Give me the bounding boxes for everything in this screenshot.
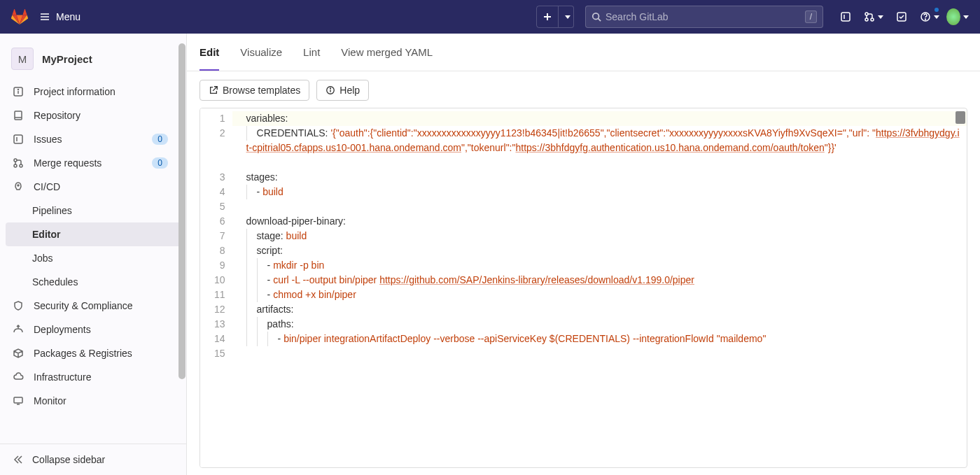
nav-security[interactable]: Security & Compliance <box>0 294 186 318</box>
project-avatar: M <box>11 48 34 70</box>
editor-toolbar: Browse templates Help <box>187 71 980 101</box>
create-new-button[interactable] <box>536 6 559 28</box>
nav-issues[interactable]: Issues 0 <box>0 127 186 151</box>
chevrons-left-icon <box>13 454 24 465</box>
svg-rect-20 <box>14 135 22 143</box>
info-circle-icon <box>326 85 335 95</box>
svg-point-30 <box>330 88 331 89</box>
search-input[interactable] <box>606 11 805 22</box>
svg-point-5 <box>593 13 599 20</box>
sub-pipelines[interactable]: Pipelines <box>0 199 186 222</box>
nav-label: Repository <box>34 110 80 121</box>
line-numbers: 123456789101112131415 <box>200 108 232 467</box>
nav-label: Issues <box>34 134 62 145</box>
external-link-icon <box>209 85 218 95</box>
create-new-dropdown[interactable] <box>559 6 574 28</box>
gitlab-logo[interactable] <box>11 8 28 25</box>
nav-deployments[interactable]: Deployments <box>0 318 186 341</box>
info-icon <box>13 86 24 97</box>
sub-editor[interactable]: Editor <box>6 222 181 246</box>
svg-point-25 <box>18 185 19 186</box>
tab-visualize[interactable]: Visualize <box>240 34 282 71</box>
todos-shortcut[interactable] <box>890 6 913 28</box>
svg-point-17 <box>18 90 19 90</box>
nav-cicd[interactable]: CI/CD <box>0 175 186 199</box>
menu-label: Menu <box>56 11 80 22</box>
create-new-group <box>536 6 574 28</box>
svg-point-9 <box>865 13 868 15</box>
sub-jobs[interactable]: Jobs <box>0 246 186 270</box>
issues-shortcut[interactable] <box>834 6 857 28</box>
svg-rect-18 <box>15 111 22 120</box>
hamburger-icon <box>39 11 50 22</box>
nav-label: Merge requests <box>34 157 102 169</box>
search-icon <box>592 12 601 22</box>
search-box[interactable]: / <box>585 6 823 28</box>
code-content[interactable]: variables:CREDENTIALS: '{"oauth":{"clien… <box>232 108 967 467</box>
plus-icon <box>543 13 552 21</box>
tab-merged-yaml[interactable]: View merged YAML <box>341 34 433 71</box>
nav-label: Infrastructure <box>34 371 91 383</box>
svg-point-14 <box>925 19 926 20</box>
nav-label: Security & Compliance <box>34 300 133 311</box>
nav-merge-requests[interactable]: Merge requests 0 <box>0 151 186 175</box>
main-content: Edit Visualize Lint View merged YAML Bro… <box>187 34 980 475</box>
svg-point-10 <box>865 18 868 21</box>
svg-point-24 <box>20 164 22 167</box>
code-editor[interactable]: 123456789101112131415 variables:CREDENTI… <box>200 108 967 468</box>
top-bar: Menu / <box>0 0 980 34</box>
cloud-icon <box>13 371 24 383</box>
svg-point-11 <box>871 18 874 21</box>
user-menu[interactable] <box>946 6 969 28</box>
merge-requests-shortcut[interactable] <box>862 6 885 28</box>
sidebar: M MyProject Project information Reposito… <box>0 34 187 475</box>
nav-label: Packages & Registries <box>34 348 132 359</box>
merge-icon <box>864 11 875 22</box>
monitor-icon <box>13 395 24 406</box>
package-icon <box>13 348 24 359</box>
svg-rect-7 <box>841 13 850 21</box>
editor-tabs: Edit Visualize Lint View merged YAML <box>187 34 980 71</box>
nav-repository[interactable]: Repository <box>0 104 186 127</box>
merge-icon <box>13 157 24 169</box>
svg-line-6 <box>598 19 601 22</box>
help-dropdown[interactable] <box>918 6 941 28</box>
tab-edit[interactable]: Edit <box>200 34 219 71</box>
collapse-label: Collapse sidebar <box>32 454 105 465</box>
nav-label: Deployments <box>34 324 91 335</box>
deploy-icon <box>13 324 24 335</box>
todo-icon <box>896 11 907 22</box>
issues-icon <box>13 134 24 145</box>
issues-icon <box>840 11 851 22</box>
nav-infrastructure[interactable]: Infrastructure <box>0 365 186 389</box>
svg-point-23 <box>14 164 17 167</box>
nav-label: Project information <box>34 86 115 97</box>
nav-label: Monitor <box>34 395 66 406</box>
repo-icon <box>13 110 24 121</box>
search-kbd-hint: / <box>805 10 817 23</box>
rocket-icon <box>13 181 24 192</box>
help-button[interactable]: Help <box>316 80 369 101</box>
nav-project-information[interactable]: Project information <box>0 80 186 104</box>
menu-toggle[interactable]: Menu <box>34 11 86 22</box>
tab-lint[interactable]: Lint <box>303 34 320 71</box>
project-name: MyProject <box>42 53 92 65</box>
question-icon <box>920 11 931 22</box>
browse-templates-button[interactable]: Browse templates <box>200 80 309 101</box>
user-avatar <box>946 8 960 25</box>
svg-rect-26 <box>14 397 22 403</box>
project-header[interactable]: M MyProject <box>0 38 186 80</box>
minimap-viewport[interactable] <box>955 111 965 124</box>
nav-monitor[interactable]: Monitor <box>0 389 186 413</box>
sidebar-scrollbar[interactable] <box>178 43 186 379</box>
mr-badge: 0 <box>152 157 168 169</box>
nav-packages[interactable]: Packages & Registries <box>0 341 186 365</box>
sub-schedules[interactable]: Schedules <box>0 270 186 294</box>
issues-badge: 0 <box>152 134 168 145</box>
collapse-sidebar[interactable]: Collapse sidebar <box>0 444 186 475</box>
nav-label: CI/CD <box>34 181 60 192</box>
svg-point-22 <box>14 159 17 162</box>
shield-icon <box>13 300 24 311</box>
